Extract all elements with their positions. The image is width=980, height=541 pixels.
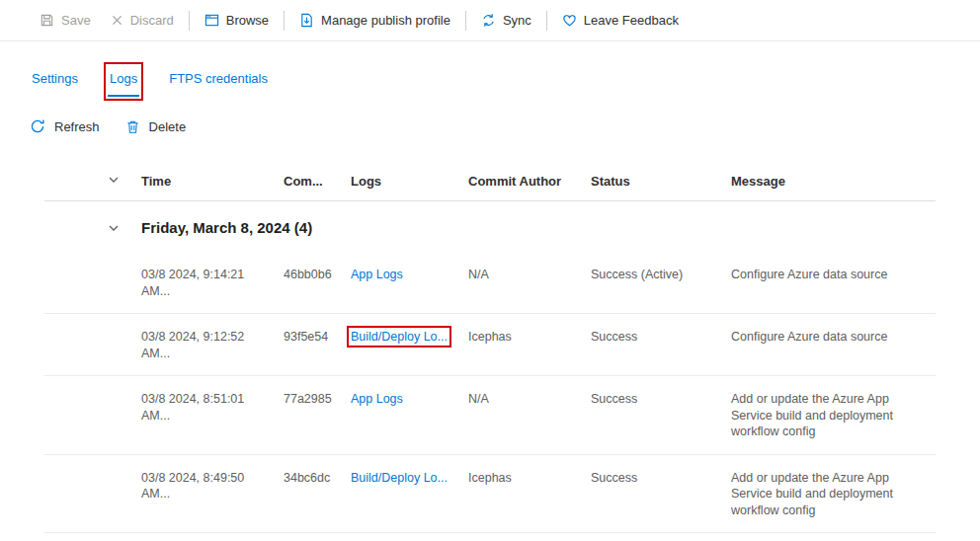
- tab-bar: Settings Logs FTPS credentials: [0, 41, 980, 97]
- row-time: 03/8 2024, 8:49:50 AM...: [141, 470, 284, 502]
- row-message: Add or update the Azure App Service buil…: [731, 470, 936, 519]
- top-command-bar: Save Discard Browse Manage publish profi…: [0, 0, 980, 41]
- save-button[interactable]: Save: [30, 7, 101, 34]
- sync-label: Sync: [503, 13, 531, 28]
- header-commit-author: Commit Author: [468, 174, 591, 189]
- discard-icon: [111, 14, 123, 27]
- table-row: 03/8 2024, 8:51:01 AM... 77a2985 App Log…: [44, 376, 936, 455]
- row-status: Success (Active): [591, 267, 731, 283]
- row-message: Configure Azure data source: [731, 329, 936, 346]
- browse-icon: [204, 13, 219, 28]
- row-status: Success: [591, 329, 731, 346]
- discard-button[interactable]: Discard: [101, 7, 184, 34]
- row-status: Success: [591, 470, 731, 487]
- table-row: 03/8 2024, 8:49:50 AM... 34bc6dc Build/D…: [44, 455, 936, 534]
- logs-command-bar: Refresh Delete: [0, 97, 980, 134]
- separator: [546, 11, 547, 31]
- row-message: Add or update the Azure App Service buil…: [731, 391, 936, 440]
- row-time: 03/8 2024, 8:51:01 AM...: [141, 391, 284, 424]
- table-header-row: Time Com... Logs Commit Author Status Me…: [44, 164, 936, 201]
- tab-settings[interactable]: Settings: [30, 66, 80, 97]
- refresh-label: Refresh: [54, 119, 100, 134]
- row-commit-author: N/A: [468, 267, 591, 283]
- refresh-icon: [30, 118, 45, 134]
- app-logs-link[interactable]: App Logs: [351, 268, 403, 281]
- header-logs: Logs: [351, 174, 468, 189]
- publish-profile-icon: [299, 13, 314, 28]
- separator: [465, 11, 466, 31]
- row-time: 03/8 2024, 9:14:21 AM...: [141, 267, 284, 299]
- save-label: Save: [61, 13, 91, 28]
- row-commit: 34bc6dc: [284, 470, 351, 487]
- save-icon: [40, 13, 54, 28]
- trash-icon: [125, 119, 140, 134]
- row-status: Success: [591, 391, 731, 408]
- discard-label: Discard: [130, 13, 174, 28]
- collapse-all-chevron-icon[interactable]: [108, 174, 141, 189]
- manage-publish-profile-button[interactable]: Manage publish profile: [289, 7, 460, 34]
- date-group-row: Friday, March 8, 2024 (4): [44, 201, 936, 252]
- header-commit: Com...: [284, 174, 351, 189]
- leave-feedback-button[interactable]: Leave Feedback: [552, 7, 689, 34]
- deployment-logs-table: Time Com... Logs Commit Author Status Me…: [44, 164, 936, 533]
- sync-icon: [481, 13, 496, 28]
- row-commit-author: Icephas: [468, 470, 591, 487]
- header-time: Time: [141, 174, 284, 189]
- app-logs-link[interactable]: App Logs: [351, 392, 403, 406]
- separator: [284, 11, 285, 31]
- tab-logs[interactable]: Logs: [108, 66, 139, 97]
- tab-ftps-credentials[interactable]: FTPS credentials: [167, 66, 270, 97]
- delete-label: Delete: [149, 119, 187, 134]
- row-commit: 46bb0b6: [284, 267, 351, 283]
- header-status: Status: [591, 174, 731, 189]
- date-group-label: Friday, March 8, 2024 (4): [141, 219, 936, 236]
- row-time: 03/8 2024, 9:12:52 AM...: [141, 329, 284, 361]
- delete-button[interactable]: Delete: [125, 119, 187, 134]
- separator: [189, 11, 190, 31]
- row-commit: 93f5e54: [284, 329, 351, 346]
- heart-icon: [562, 13, 577, 28]
- manage-publish-profile-label: Manage publish profile: [321, 13, 450, 28]
- browse-label: Browse: [226, 13, 269, 28]
- leave-feedback-label: Leave Feedback: [584, 13, 679, 28]
- browse-button[interactable]: Browse: [195, 7, 279, 34]
- table-row: 03/8 2024, 9:14:21 AM... 46bb0b6 App Log…: [44, 252, 936, 314]
- row-commit-author: Icephas: [468, 329, 591, 346]
- row-commit-author: N/A: [468, 391, 591, 408]
- row-commit: 77a2985: [284, 391, 351, 408]
- build-deploy-logs-link[interactable]: Build/Deploy Lo...: [351, 330, 448, 344]
- row-message: Configure Azure data source: [731, 267, 936, 283]
- build-deploy-logs-link[interactable]: Build/Deploy Lo...: [351, 471, 448, 485]
- header-message: Message: [731, 174, 936, 189]
- group-chevron-icon[interactable]: [108, 222, 141, 234]
- sync-button[interactable]: Sync: [471, 7, 541, 34]
- table-row: 03/8 2024, 9:12:52 AM... 93f5e54 Build/D…: [44, 314, 936, 376]
- refresh-button[interactable]: Refresh: [30, 118, 100, 134]
